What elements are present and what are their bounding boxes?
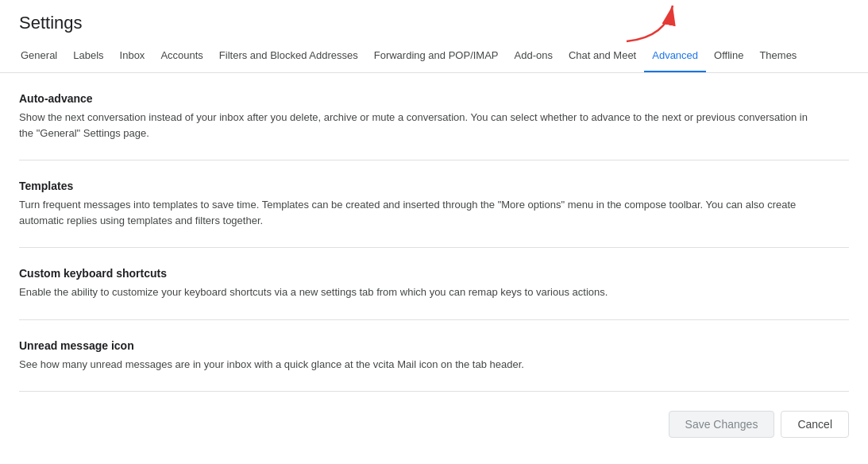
setting-section-auto-advance: Auto-advanceShow the next conversation i… xyxy=(19,73,849,160)
navigation-tabs: GeneralLabelsInboxAccountsFilters and Bl… xyxy=(0,40,868,73)
setting-section-templates: TemplatesTurn frequent messages into tem… xyxy=(19,160,849,248)
red-arrow-icon xyxy=(619,0,682,45)
save-changes-button[interactable]: Save Changes xyxy=(669,411,775,438)
tab-addons[interactable]: Add-ons xyxy=(507,40,561,73)
setting-desc-unread-icon: See how many unread messages are in your… xyxy=(19,357,813,373)
tab-general[interactable]: General xyxy=(13,40,65,73)
setting-section-keyboard-shortcuts: Custom keyboard shortcutsEnable the abil… xyxy=(19,248,849,320)
footer-buttons: Save Changes Cancel xyxy=(0,392,868,457)
page-title: Settings xyxy=(0,0,868,40)
tab-inbox[interactable]: Inbox xyxy=(112,40,153,73)
tab-themes[interactable]: Themes xyxy=(751,40,804,73)
setting-title-auto-advance: Auto-advance xyxy=(19,92,849,105)
setting-desc-auto-advance: Show the next conversation instead of yo… xyxy=(19,110,813,141)
setting-section-unread-icon: Unread message iconSee how many unread m… xyxy=(19,320,849,392)
cancel-button[interactable]: Cancel xyxy=(781,411,849,438)
tab-accounts[interactable]: Accounts xyxy=(152,40,210,73)
tab-forwarding[interactable]: Forwarding and POP/IMAP xyxy=(366,40,507,73)
setting-desc-templates: Turn frequent messages into templates to… xyxy=(19,197,813,228)
setting-title-templates: Templates xyxy=(19,180,849,192)
setting-title-keyboard-shortcuts: Custom keyboard shortcuts xyxy=(19,267,849,280)
tab-filters[interactable]: Filters and Blocked Addresses xyxy=(211,40,366,73)
setting-desc-keyboard-shortcuts: Enable the ability to customize your key… xyxy=(19,284,813,300)
tab-offline[interactable]: Offline xyxy=(706,40,751,73)
tab-labels[interactable]: Labels xyxy=(65,40,111,73)
setting-title-unread-icon: Unread message icon xyxy=(19,339,849,352)
main-content: Auto-advanceShow the next conversation i… xyxy=(0,73,868,392)
